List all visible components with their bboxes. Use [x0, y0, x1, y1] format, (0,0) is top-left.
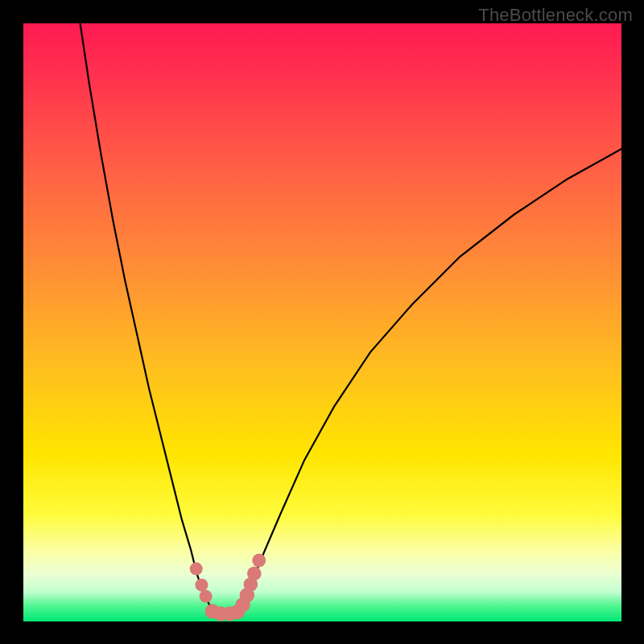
chart-svg	[23, 23, 621, 621]
highlight-dot	[200, 590, 213, 603]
highlight-dot	[190, 563, 203, 576]
curve-group	[80, 23, 621, 613]
highlight-dot	[252, 554, 266, 568]
bottleneck-curve	[80, 23, 621, 613]
chart-frame: TheBottleneck.com	[0, 0, 644, 644]
dot-group	[190, 554, 266, 621]
highlight-dot	[247, 567, 262, 581]
plot-area	[23, 23, 621, 621]
highlight-dot	[195, 579, 208, 592]
watermark-text: TheBottleneck.com	[478, 5, 633, 26]
